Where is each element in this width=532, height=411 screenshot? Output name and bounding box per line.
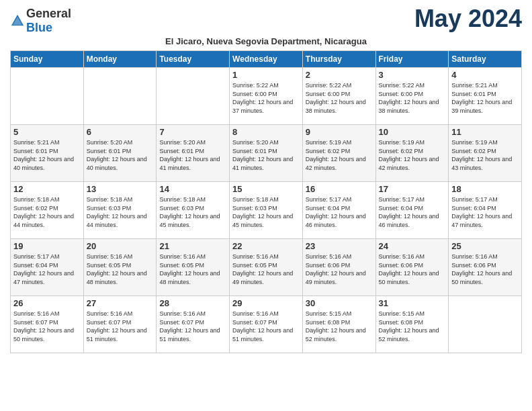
header-wednesday: Wednesday	[230, 51, 303, 68]
calendar-cell: 26Sunrise: 5:16 AM Sunset: 6:07 PM Dayli…	[11, 296, 84, 353]
day-info: Sunrise: 5:22 AM Sunset: 6:00 PM Dayligh…	[232, 81, 300, 115]
day-info: Sunrise: 5:16 AM Sunset: 6:05 PM Dayligh…	[232, 253, 300, 286]
calendar-row-2: 12Sunrise: 5:18 AM Sunset: 6:02 PM Dayli…	[11, 182, 522, 239]
subtitle: El Jicaro, Nueva Segovia Department, Nic…	[10, 36, 522, 46]
logo-icon	[10, 13, 25, 28]
day-info: Sunrise: 5:16 AM Sunset: 6:07 PM Dayligh…	[232, 310, 300, 343]
calendar-cell: 10Sunrise: 5:19 AM Sunset: 6:02 PM Dayli…	[375, 125, 449, 182]
day-number: 20	[87, 241, 154, 251]
calendar-cell: 5Sunrise: 5:21 AM Sunset: 6:01 PM Daylig…	[11, 125, 84, 182]
calendar-cell: 20Sunrise: 5:16 AM Sunset: 6:05 PM Dayli…	[83, 239, 157, 296]
calendar-row-0: 1Sunrise: 5:22 AM Sunset: 6:00 PM Daylig…	[11, 68, 522, 125]
day-info: Sunrise: 5:17 AM Sunset: 6:04 PM Dayligh…	[306, 195, 373, 229]
calendar-cell: 13Sunrise: 5:18 AM Sunset: 6:03 PM Dayli…	[83, 182, 157, 239]
calendar-cell: 15Sunrise: 5:18 AM Sunset: 6:03 PM Dayli…	[230, 182, 303, 239]
calendar-cell	[157, 68, 230, 125]
calendar-cell: 22Sunrise: 5:16 AM Sunset: 6:05 PM Dayli…	[230, 239, 303, 296]
day-info: Sunrise: 5:16 AM Sunset: 6:06 PM Dayligh…	[306, 253, 373, 286]
day-info: Sunrise: 5:15 AM Sunset: 6:08 PM Dayligh…	[306, 310, 373, 343]
calendar-cell: 9Sunrise: 5:19 AM Sunset: 6:02 PM Daylig…	[302, 125, 375, 182]
day-number: 27	[87, 298, 154, 308]
calendar-page: General Blue May 2024 El Jicaro, Nueva S…	[0, 0, 532, 360]
calendar-cell: 31Sunrise: 5:15 AM Sunset: 6:08 PM Dayli…	[375, 296, 449, 353]
day-number: 9	[306, 127, 373, 137]
calendar-cell: 17Sunrise: 5:17 AM Sunset: 6:04 PM Dayli…	[375, 182, 449, 239]
calendar-cell: 7Sunrise: 5:20 AM Sunset: 6:01 PM Daylig…	[157, 125, 230, 182]
day-number: 14	[159, 184, 226, 194]
calendar-cell: 1Sunrise: 5:22 AM Sunset: 6:00 PM Daylig…	[230, 68, 303, 125]
day-info: Sunrise: 5:22 AM Sunset: 6:00 PM Dayligh…	[306, 81, 373, 115]
day-number: 12	[13, 184, 81, 194]
day-number: 18	[451, 184, 519, 194]
day-number: 15	[232, 184, 300, 194]
day-info: Sunrise: 5:19 AM Sunset: 6:02 PM Dayligh…	[306, 138, 373, 172]
logo-general: General	[26, 7, 71, 20]
calendar-row-4: 26Sunrise: 5:16 AM Sunset: 6:07 PM Dayli…	[11, 296, 522, 353]
logo-text: General Blue	[26, 7, 71, 35]
header-row: Sunday Monday Tuesday Wednesday Thursday…	[11, 51, 522, 68]
calendar-cell: 30Sunrise: 5:15 AM Sunset: 6:08 PM Dayli…	[302, 296, 375, 353]
day-info: Sunrise: 5:17 AM Sunset: 6:04 PM Dayligh…	[451, 195, 519, 229]
calendar-cell: 28Sunrise: 5:16 AM Sunset: 6:07 PM Dayli…	[157, 296, 230, 353]
day-number: 16	[306, 184, 373, 194]
day-number: 4	[451, 70, 519, 80]
day-number: 28	[159, 298, 226, 308]
calendar-cell: 14Sunrise: 5:18 AM Sunset: 6:03 PM Dayli…	[157, 182, 230, 239]
day-info: Sunrise: 5:20 AM Sunset: 6:01 PM Dayligh…	[159, 138, 226, 172]
day-info: Sunrise: 5:16 AM Sunset: 6:07 PM Dayligh…	[159, 310, 226, 343]
day-info: Sunrise: 5:21 AM Sunset: 6:01 PM Dayligh…	[13, 138, 81, 172]
day-info: Sunrise: 5:16 AM Sunset: 6:05 PM Dayligh…	[87, 253, 154, 286]
day-number: 6	[87, 127, 154, 137]
calendar-row-1: 5Sunrise: 5:21 AM Sunset: 6:01 PM Daylig…	[11, 125, 522, 182]
calendar-cell: 27Sunrise: 5:16 AM Sunset: 6:07 PM Dayli…	[83, 296, 157, 353]
day-info: Sunrise: 5:18 AM Sunset: 6:03 PM Dayligh…	[87, 195, 154, 229]
header-friday: Friday	[375, 51, 449, 68]
day-info: Sunrise: 5:16 AM Sunset: 6:06 PM Dayligh…	[379, 253, 446, 286]
day-info: Sunrise: 5:21 AM Sunset: 6:01 PM Dayligh…	[451, 81, 519, 115]
day-info: Sunrise: 5:17 AM Sunset: 6:04 PM Dayligh…	[379, 195, 446, 229]
calendar-cell	[11, 68, 84, 125]
day-number: 7	[159, 127, 226, 137]
day-number: 19	[13, 241, 81, 251]
logo-blue: Blue	[26, 21, 52, 34]
logo: General Blue	[10, 7, 71, 35]
calendar-row-3: 19Sunrise: 5:17 AM Sunset: 6:04 PM Dayli…	[11, 239, 522, 296]
day-number: 26	[13, 298, 81, 308]
calendar-cell: 16Sunrise: 5:17 AM Sunset: 6:04 PM Dayli…	[302, 182, 375, 239]
day-number: 31	[379, 298, 446, 308]
calendar-cell: 4Sunrise: 5:21 AM Sunset: 6:01 PM Daylig…	[449, 68, 522, 125]
calendar-cell: 18Sunrise: 5:17 AM Sunset: 6:04 PM Dayli…	[449, 182, 522, 239]
day-info: Sunrise: 5:20 AM Sunset: 6:01 PM Dayligh…	[232, 138, 300, 172]
day-number: 30	[306, 298, 373, 308]
calendar-table: Sunday Monday Tuesday Wednesday Thursday…	[10, 50, 522, 353]
calendar-cell: 12Sunrise: 5:18 AM Sunset: 6:02 PM Dayli…	[11, 182, 84, 239]
calendar-cell	[449, 296, 522, 353]
day-number: 13	[87, 184, 154, 194]
day-info: Sunrise: 5:17 AM Sunset: 6:04 PM Dayligh…	[13, 253, 81, 286]
day-info: Sunrise: 5:18 AM Sunset: 6:03 PM Dayligh…	[232, 195, 300, 229]
day-number: 25	[451, 241, 519, 251]
calendar-cell: 11Sunrise: 5:19 AM Sunset: 6:02 PM Dayli…	[449, 125, 522, 182]
day-info: Sunrise: 5:22 AM Sunset: 6:00 PM Dayligh…	[379, 81, 446, 115]
header-saturday: Saturday	[449, 51, 522, 68]
day-number: 22	[232, 241, 300, 251]
day-info: Sunrise: 5:18 AM Sunset: 6:03 PM Dayligh…	[159, 195, 226, 229]
day-info: Sunrise: 5:16 AM Sunset: 6:06 PM Dayligh…	[451, 253, 519, 286]
calendar-cell: 24Sunrise: 5:16 AM Sunset: 6:06 PM Dayli…	[375, 239, 449, 296]
calendar-cell: 29Sunrise: 5:16 AM Sunset: 6:07 PM Dayli…	[230, 296, 303, 353]
day-info: Sunrise: 5:20 AM Sunset: 6:01 PM Dayligh…	[87, 138, 154, 172]
calendar-cell: 8Sunrise: 5:20 AM Sunset: 6:01 PM Daylig…	[230, 125, 303, 182]
day-number: 24	[379, 241, 446, 251]
header-sunday: Sunday	[11, 51, 84, 68]
day-number: 5	[13, 127, 81, 137]
day-number: 29	[232, 298, 300, 308]
day-info: Sunrise: 5:16 AM Sunset: 6:07 PM Dayligh…	[13, 310, 81, 343]
calendar-cell: 21Sunrise: 5:16 AM Sunset: 6:05 PM Dayli…	[157, 239, 230, 296]
day-number: 21	[159, 241, 226, 251]
day-info: Sunrise: 5:15 AM Sunset: 6:08 PM Dayligh…	[379, 310, 446, 343]
day-number: 3	[379, 70, 446, 80]
header-tuesday: Tuesday	[157, 51, 230, 68]
calendar-cell	[83, 68, 157, 125]
day-number: 10	[379, 127, 446, 137]
calendar-cell: 2Sunrise: 5:22 AM Sunset: 6:00 PM Daylig…	[302, 68, 375, 125]
